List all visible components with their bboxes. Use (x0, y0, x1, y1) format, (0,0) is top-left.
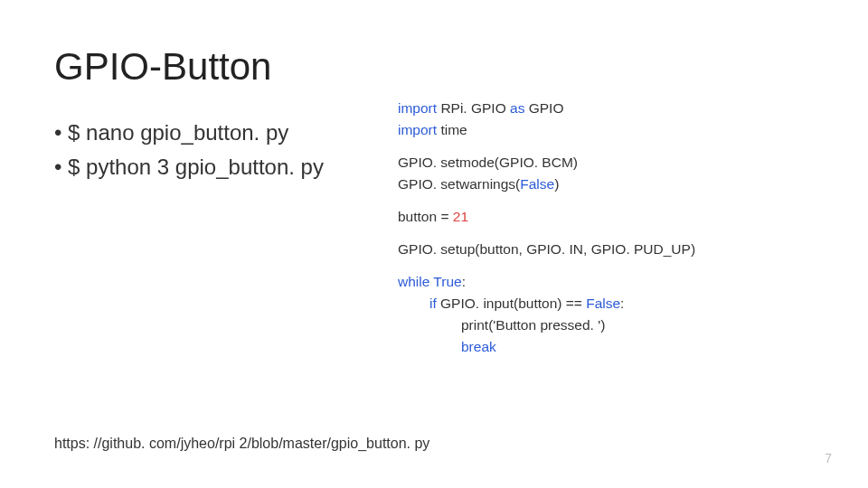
code-text: RPi. GPIO (437, 100, 510, 116)
slide-title: GPIO-Button (54, 45, 814, 89)
keyword-import: import (398, 100, 437, 116)
code-line: GPIO. setwarnings(False) (398, 174, 814, 195)
string-literal: 'Button pressed. ' (493, 317, 600, 333)
code-text: GPIO. setwarnings( (398, 176, 520, 192)
footer-link: https: //github. com/jyheo/rpi 2/blob/ma… (54, 436, 429, 452)
code-line: GPIO. setup(button, GPIO. IN, GPIO. PUD_… (398, 239, 814, 260)
number-literal: 21 (453, 209, 468, 224)
code-text: : (620, 296, 624, 311)
spacer (398, 195, 814, 206)
code-block: import RPi. GPIO as GPIO import time GPI… (398, 98, 814, 358)
code-text: : (462, 274, 466, 289)
code-text: ) (600, 317, 605, 333)
code-line: GPIO. setmode(GPIO. BCM) (398, 152, 814, 174)
code-line: button = 21 (398, 206, 814, 228)
code-text: ) (554, 176, 559, 192)
bullet-list: $ nano gpio_button. py $ python 3 gpio_b… (54, 116, 371, 185)
code-line: import time (398, 119, 814, 141)
page-number: 7 (825, 451, 832, 465)
keyword-true: True (433, 274, 461, 289)
code-text: button = (398, 209, 453, 224)
spacer (398, 141, 814, 152)
code-line: while True: (398, 271, 814, 293)
bullet-item: $ nano gpio_button. py (54, 116, 371, 150)
bullet-item: $ python 3 gpio_button. py (54, 150, 371, 184)
code-text: GPIO (524, 100, 563, 116)
keyword-if: if (429, 296, 437, 311)
keyword-as: as (510, 100, 524, 116)
keyword-import: import (398, 122, 437, 137)
code-line: break (398, 336, 814, 358)
code-text: GPIO. input(button) == (437, 296, 586, 311)
keyword-false: False (586, 296, 620, 311)
keyword-while: while (398, 274, 429, 289)
code-line: print('Button pressed. ') (398, 314, 814, 336)
code-line: import RPi. GPIO as GPIO (398, 98, 814, 119)
slide-content: $ nano gpio_button. py $ python 3 gpio_b… (54, 116, 814, 358)
spacer (398, 260, 814, 271)
keyword-break: break (461, 339, 496, 354)
code-text: print( (461, 317, 493, 333)
left-column: $ nano gpio_button. py $ python 3 gpio_b… (54, 116, 371, 358)
code-line: if GPIO. input(button) == False: (398, 293, 814, 314)
slide: GPIO-Button $ nano gpio_button. py $ pyt… (0, 0, 868, 488)
spacer (398, 228, 814, 239)
keyword-false: False (520, 176, 554, 192)
code-text: time (437, 122, 467, 137)
